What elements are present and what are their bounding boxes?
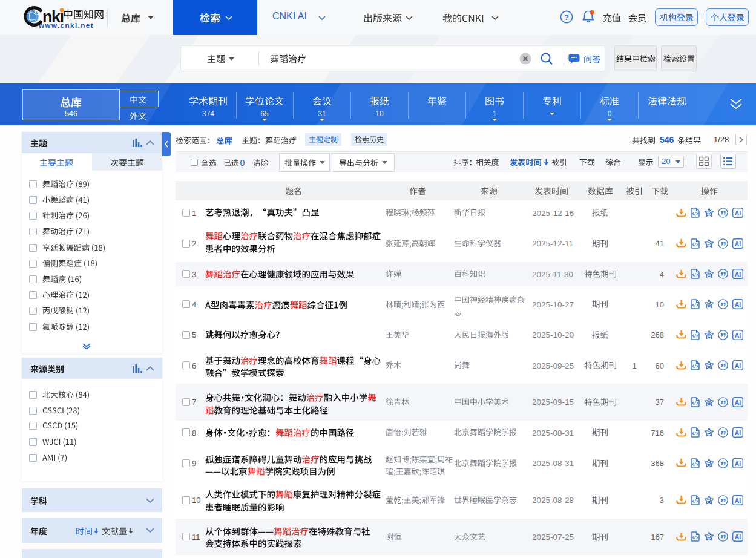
svg-text:AI: AI [735, 459, 741, 467]
svg-text:”: ” [720, 397, 726, 407]
svg-text:AI: AI [735, 271, 741, 278]
svg-text:AI: AI [735, 398, 741, 405]
svg-text:AI: AI [735, 429, 741, 436]
svg-text:AI: AI [735, 331, 741, 338]
svg-text:AI: AI [735, 362, 741, 369]
svg-text:”: ” [720, 428, 726, 438]
svg-text:?: ? [564, 13, 569, 22]
svg-text:AI: AI [735, 533, 741, 540]
svg-text:AI: AI [735, 301, 741, 308]
svg-text:AI: AI [735, 240, 741, 247]
svg-text:”: ” [720, 458, 726, 468]
svg-text:AI: AI [735, 496, 741, 504]
svg-text:”: ” [720, 300, 726, 310]
svg-text:”: ” [720, 330, 726, 340]
svg-text:”: ” [720, 361, 726, 371]
svg-text:”: ” [720, 238, 726, 249]
svg-text:”: ” [720, 208, 726, 218]
svg-text:”: ” [720, 495, 726, 505]
svg-text:AI: AI [735, 209, 741, 217]
svg-text:”: ” [720, 532, 726, 542]
svg-text:”: ” [720, 269, 726, 280]
